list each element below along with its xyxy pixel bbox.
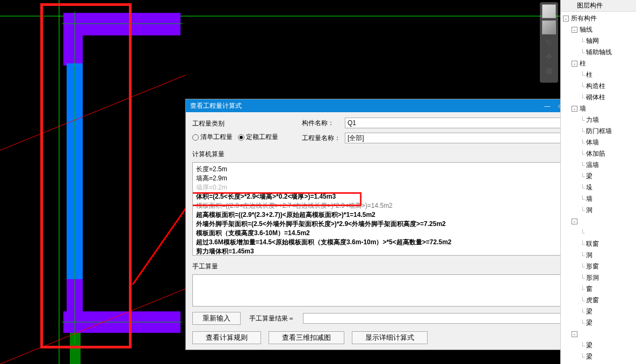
tree-node[interactable]: └虎窗 [563, 295, 636, 306]
expand-icon[interactable]: - [572, 331, 577, 337]
tree-node-label: 轴线 [580, 25, 592, 34]
layer-tree-panel: 图层构件 -所有构件-轴线└轴网└辅助轴线-柱└柱└构造柱└砌体柱-墙└力墙└防… [560, 0, 636, 364]
tree-node[interactable]: └体加筋 [563, 148, 636, 159]
tree-node-label: 构造柱 [586, 82, 605, 91]
manual-result-label: 手工算量结果＝ [249, 314, 294, 323]
tree-node-label: 联窗 [586, 239, 599, 249]
tree-node[interactable]: └梁 [563, 317, 636, 329]
tree-node[interactable]: └辅助轴线 [563, 47, 636, 58]
tree-node[interactable]: └温墙 [563, 159, 636, 171]
tree-node-label: 温墙 [586, 161, 599, 170]
expand-icon[interactable]: - [572, 106, 577, 112]
rotate-icon[interactable]: ↻ [543, 37, 555, 48]
layer-tree-header: 图层构件 [561, 0, 636, 12]
tree-node-label: 防门框墙 [586, 127, 612, 136]
calc-line: 超过3.6M模板增加量=14.5<原始模板面积（支模高度3.6m-10m）>*5… [196, 238, 572, 247]
tree-node[interactable]: └梁 [563, 340, 636, 351]
tree-node-label: 梁 [586, 307, 592, 316]
tree-node[interactable]: - [563, 329, 636, 340]
tree-node[interactable]: -墙 [563, 103, 636, 114]
tree-node-label: 柱 [586, 70, 592, 79]
dialog-title-text: 查看工程量计算式 [190, 99, 242, 112]
svg-line-11 [0, 75, 185, 150]
tree-node[interactable]: └垛 [563, 182, 636, 193]
calc-section-label: 计算机算量 [192, 150, 576, 159]
calc-line: 长度=2.5m [196, 165, 572, 174]
tree-node-label: 梁 [586, 172, 592, 181]
view-3d-button[interactable]: 查看三维扣减图 [269, 331, 344, 344]
view-cube-icon[interactable] [542, 4, 556, 18]
calc-line: 剪力墙体积=1.45m3 [196, 247, 572, 256]
tree-node[interactable]: └轴网 [563, 35, 636, 47]
tree-node-label: 垛 [586, 183, 592, 192]
expand-icon[interactable]: - [563, 16, 569, 21]
pan-icon[interactable]: ✥ [543, 50, 555, 62]
tree-node[interactable]: └洞 [563, 250, 636, 261]
view-rule-button[interactable]: 查看计算规则 [192, 331, 261, 344]
qty-name-label: 工程量名称： [302, 134, 342, 143]
tree-node-label: 所有构件 [571, 14, 597, 23]
view-cube-shade-icon[interactable] [542, 20, 556, 34]
tree-node-label: 体墙 [586, 138, 599, 147]
tree-node-label: 洞 [586, 251, 592, 260]
manual-section-label: 手工算量 [192, 262, 576, 271]
tree-node-label: 梁 [586, 352, 592, 361]
tree-node[interactable]: └构造柱 [563, 81, 636, 92]
tree-node[interactable]: └ [563, 227, 636, 238]
tree-node[interactable]: - [563, 216, 636, 227]
tree-node-label: 洞 [586, 206, 592, 215]
calc-line: 模板面积（支模高度3.6-10M）=14.5m2 [196, 229, 572, 238]
tree-node[interactable]: └梁 [563, 306, 636, 317]
tree-node[interactable]: -柱 [563, 58, 636, 69]
svg-rect-3 [63, 13, 83, 65]
tree-node[interactable]: └柱 [563, 69, 636, 81]
tree-node[interactable]: └梁 [563, 171, 636, 182]
tree-node-label: 力墙 [586, 115, 599, 125]
manual-result-input[interactable] [303, 313, 576, 324]
show-detail-button[interactable]: 显示详细计算式 [352, 331, 428, 344]
qty-name-select[interactable]: [全部]▾ [345, 133, 576, 143]
tree-node[interactable]: └砌体柱 [563, 92, 636, 103]
settings-icon[interactable]: ▦ [543, 64, 555, 76]
expand-icon[interactable]: - [572, 27, 577, 33]
tree-node[interactable]: └窗 [563, 283, 636, 295]
calc-result-box[interactable]: 长度=2.5m 墙高=2.9m 墙厚=0.2m 体积=(2.5<长度>*2.9<… [192, 162, 576, 256]
tree-node[interactable]: └联窗 [563, 238, 636, 250]
view-cube-toolbar[interactable]: ↻ ✥ ▦ [540, 2, 558, 83]
tree-node[interactable]: └形洞 [563, 272, 636, 283]
tree-node-label: 梁 [586, 318, 592, 327]
tree-node-label: 虎窗 [586, 296, 599, 305]
calc-line: 墙高=2.9m [196, 174, 572, 183]
tree-node-label: 墙 [586, 194, 592, 203]
reinput-button[interactable]: 重新输入 [192, 312, 241, 325]
layer-tree[interactable]: -所有构件-轴线└轴网└辅助轴线-柱└柱└构造柱└砌体柱-墙└力墙└防门框墙└体… [561, 12, 636, 364]
dialog-titlebar[interactable]: 查看工程量计算式 — ◇ ✕ [186, 99, 582, 112]
radio-quota-qty[interactable]: 定额工程量 [238, 133, 278, 142]
tree-node[interactable]: -轴线 [563, 24, 636, 35]
tree-node[interactable]: └墙 [563, 193, 636, 205]
tree-node[interactable]: └防门框墙 [563, 126, 636, 137]
tree-node[interactable]: └洞 [563, 205, 636, 216]
tree-node-label: 窗 [586, 285, 592, 294]
tree-node[interactable]: └梁 [563, 351, 636, 362]
calc-line: 模板面积=((2.3<左边线长度>+2.7<右边线长度>)*2.9<墙高>)=1… [196, 201, 572, 210]
tree-node-label: 形窗 [586, 262, 599, 271]
tree-node-label: 体加筋 [586, 149, 605, 158]
qty-formula-dialog: 查看工程量计算式 — ◇ ✕ 工程量类别 清单工程量 定额工程量 构件名称： Q… [185, 99, 583, 350]
tree-node-label: 砌体柱 [586, 93, 605, 102]
tree-node[interactable]: └体墙 [563, 137, 636, 148]
component-name-label: 构件名称： [302, 119, 342, 128]
radio-bill-qty[interactable]: 清单工程量 [192, 133, 233, 142]
tree-node[interactable]: └力墙 [563, 114, 636, 126]
tree-node[interactable]: └形窗 [563, 261, 636, 272]
manual-input-box[interactable] [192, 274, 576, 307]
tree-node[interactable]: -所有构件 [563, 13, 636, 24]
minimize-icon[interactable]: — [543, 102, 552, 110]
component-name-select[interactable]: Q1▾ [345, 118, 576, 128]
tree-node-label: 辅助轴线 [586, 48, 612, 57]
tree-node-label: 梁 [586, 341, 592, 350]
svg-rect-7 [70, 333, 81, 364]
expand-icon[interactable]: - [572, 61, 577, 67]
expand-icon[interactable]: - [572, 219, 577, 224]
qty-type-label: 工程量类别 [192, 119, 294, 128]
